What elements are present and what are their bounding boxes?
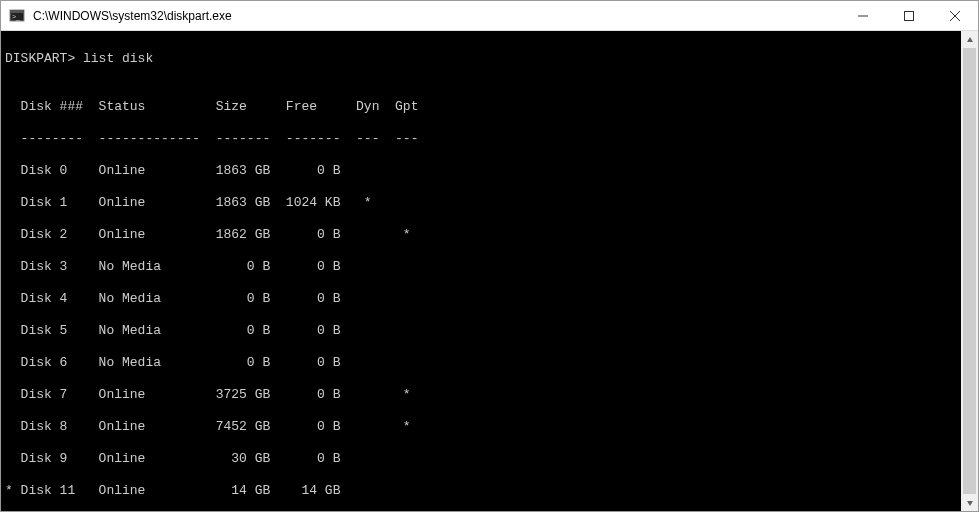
table-row: Disk 2 Online 1862 GB 0 B *: [5, 227, 961, 243]
table-row: Disk 8 Online 7452 GB 0 B *: [5, 419, 961, 435]
svg-marker-8: [967, 501, 973, 506]
scroll-thumb[interactable]: [963, 48, 976, 494]
minimize-button[interactable]: [840, 1, 886, 30]
table-row: Disk 4 No Media 0 B 0 B: [5, 291, 961, 307]
table-row: Disk 9 Online 30 GB 0 B: [5, 451, 961, 467]
client-area: DISKPART> list disk Disk ### Status Size…: [1, 31, 978, 511]
prompt-line: DISKPART> list disk: [5, 51, 961, 67]
terminal-output[interactable]: DISKPART> list disk Disk ### Status Size…: [1, 31, 961, 511]
maximize-button[interactable]: [886, 1, 932, 30]
table-row: Disk 5 No Media 0 B 0 B: [5, 323, 961, 339]
scroll-up-button[interactable]: [961, 31, 978, 48]
table-row: Disk 6 No Media 0 B 0 B: [5, 355, 961, 371]
svg-text:>_: >_: [12, 13, 20, 21]
table-row: Disk 1 Online 1863 GB 1024 KB *: [5, 195, 961, 211]
close-button[interactable]: [932, 1, 978, 30]
table-row: * Disk 11 Online 14 GB 14 GB: [5, 483, 961, 499]
table-row: Disk 0 Online 1863 GB 0 B: [5, 163, 961, 179]
vertical-scrollbar[interactable]: [961, 31, 978, 511]
titlebar[interactable]: >_ C:\WINDOWS\system32\diskpart.exe: [1, 1, 978, 31]
table-row: Disk 3 No Media 0 B 0 B: [5, 259, 961, 275]
window-title: C:\WINDOWS\system32\diskpart.exe: [33, 9, 232, 23]
scroll-down-button[interactable]: [961, 494, 978, 511]
table-header: Disk ### Status Size Free Dyn Gpt: [5, 99, 961, 115]
app-icon: >_: [9, 8, 25, 24]
svg-marker-7: [967, 37, 973, 42]
app-window: >_ C:\WINDOWS\system32\diskpart.exe DISK…: [0, 0, 979, 512]
svg-rect-4: [905, 11, 914, 20]
scroll-track[interactable]: [961, 48, 978, 494]
table-separator: -------- ------------- ------- ------- -…: [5, 131, 961, 147]
table-row: Disk 7 Online 3725 GB 0 B *: [5, 387, 961, 403]
window-controls: [840, 1, 978, 30]
